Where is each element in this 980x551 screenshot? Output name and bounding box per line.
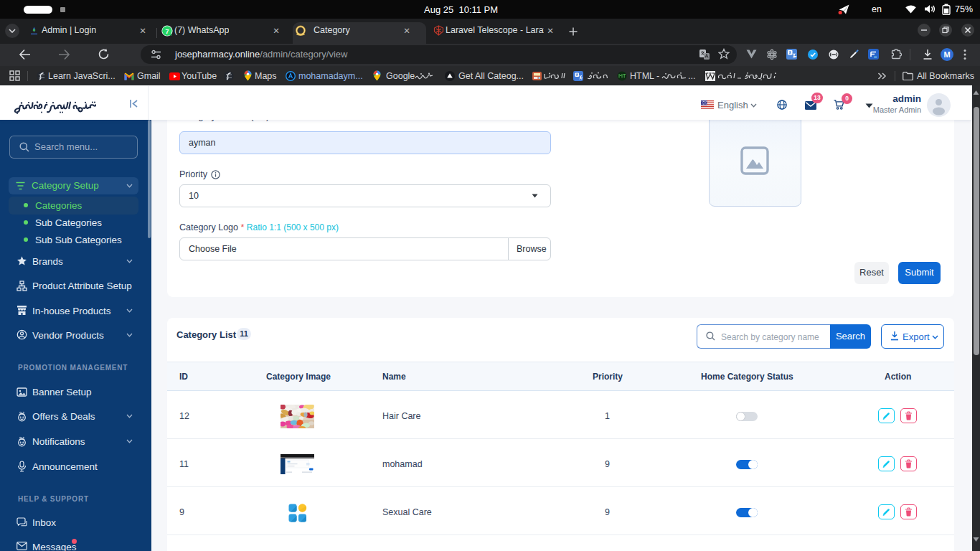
svg-text:7: 7 bbox=[165, 28, 169, 35]
